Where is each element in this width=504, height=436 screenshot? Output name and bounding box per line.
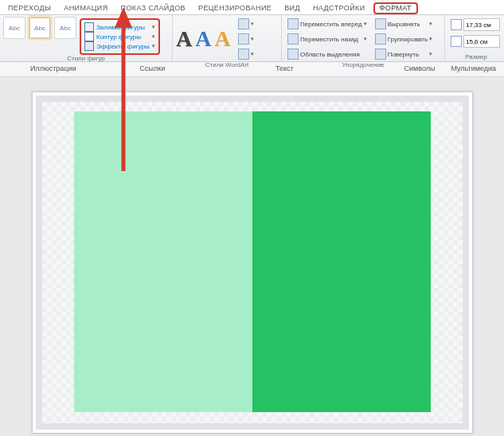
align-icon bbox=[375, 18, 386, 29]
selection-pane-label: Область выделения bbox=[300, 51, 360, 58]
shape-left-rectangle[interactable] bbox=[74, 111, 252, 412]
ribbon: Abc Abc Abc Заливка фигуры ▾ Контур фигу… bbox=[0, 15, 504, 62]
group-size: Размер bbox=[445, 15, 504, 61]
shape-height-input[interactable] bbox=[463, 18, 500, 31]
shape-fill-outline-highlight: Заливка фигуры ▾ Контур фигуры ▾ Эффекты… bbox=[80, 18, 160, 55]
height-field-row bbox=[448, 17, 502, 33]
group-button[interactable]: Группировать▾ bbox=[373, 32, 436, 46]
rotate-label: Повернуть bbox=[388, 51, 420, 58]
tab-animation[interactable]: АНИМАЦИЯ bbox=[59, 2, 112, 14]
rotate-icon bbox=[375, 49, 386, 60]
group-objects-label: Группировать bbox=[388, 36, 428, 43]
text-effects-icon bbox=[238, 49, 249, 60]
text-fill-icon bbox=[238, 18, 249, 29]
chevron-down-icon: ▾ bbox=[251, 36, 254, 42]
group-arrange: Переместить вперед▾ Переместить назад▾ О… bbox=[282, 15, 445, 61]
text-outline-dropdown[interactable]: ▾ bbox=[236, 32, 256, 46]
subtab-symbols[interactable]: Символы bbox=[396, 62, 443, 76]
slide-frame[interactable] bbox=[36, 95, 469, 430]
bucket-icon bbox=[84, 22, 94, 32]
shape-style-preset-1[interactable]: Abc bbox=[3, 17, 25, 39]
group-shape-styles: Abc Abc Abc Заливка фигуры ▾ Контур фигу… bbox=[0, 15, 173, 61]
shape-effects-label: Эффекты фигуры bbox=[96, 43, 150, 50]
shape-right-rectangle[interactable] bbox=[252, 111, 431, 412]
wordart-preset-1[interactable]: A bbox=[176, 28, 192, 50]
chevron-down-icon: ▾ bbox=[364, 36, 367, 42]
shape-fill-label: Заливка фигуры bbox=[96, 24, 145, 31]
chevron-down-icon: ▾ bbox=[429, 36, 432, 42]
bring-forward-icon bbox=[287, 18, 299, 29]
group-wordart: A A A ▾ ▾ ▾ Стили WordArt bbox=[173, 15, 282, 61]
width-field-row bbox=[448, 33, 502, 49]
text-outline-icon bbox=[238, 33, 249, 45]
shape-width-input[interactable] bbox=[463, 35, 500, 48]
selection-pane-icon bbox=[287, 49, 299, 60]
width-icon bbox=[451, 36, 462, 47]
text-fill-dropdown[interactable]: ▾ bbox=[236, 17, 256, 31]
bring-forward-button[interactable]: Переместить вперед▾ bbox=[285, 17, 369, 31]
effects-icon bbox=[84, 41, 94, 51]
tab-view[interactable]: ВИД bbox=[279, 2, 305, 14]
subtab-links[interactable]: Ссылки bbox=[132, 62, 174, 76]
chevron-down-icon: ▾ bbox=[251, 51, 254, 57]
shape-outline-label: Контур фигуры bbox=[96, 33, 141, 41]
chevron-down-icon: ▾ bbox=[251, 21, 254, 27]
align-button[interactable]: Выровнять▾ bbox=[373, 17, 436, 31]
selection-pane-button[interactable]: Область выделения bbox=[285, 47, 369, 61]
shape-effects-dropdown[interactable]: Эффекты фигуры ▾ bbox=[84, 41, 155, 51]
bring-forward-label: Переместить вперед bbox=[300, 21, 362, 28]
slide-outer-frame bbox=[32, 91, 473, 434]
text-effects-dropdown[interactable]: ▾ bbox=[236, 47, 256, 61]
wordart-preset-2[interactable]: A bbox=[195, 28, 211, 50]
chevron-down-icon: ▾ bbox=[429, 51, 432, 57]
insert-subtab-bar: Иллюстрации Ссылки Текст Символы Мультим… bbox=[0, 62, 504, 77]
subtab-illustrations[interactable]: Иллюстрации bbox=[22, 62, 84, 76]
tab-format[interactable]: ФОРМАТ bbox=[373, 2, 418, 14]
chevron-down-icon: ▾ bbox=[152, 33, 155, 40]
subtab-media[interactable]: Мультимедиа bbox=[443, 62, 504, 76]
chevron-down-icon: ▾ bbox=[152, 43, 155, 49]
pen-icon bbox=[84, 32, 94, 41]
send-backward-label: Переместить назад bbox=[300, 36, 358, 43]
send-backward-button[interactable]: Переместить назад▾ bbox=[285, 32, 369, 46]
height-icon bbox=[451, 19, 462, 30]
chevron-down-icon: ▾ bbox=[364, 21, 367, 27]
rotate-button[interactable]: Повернуть▾ bbox=[373, 47, 436, 61]
shape-outline-dropdown[interactable]: Контур фигуры ▾ bbox=[84, 32, 155, 41]
wordart-preset-3[interactable]: A bbox=[214, 28, 230, 50]
chevron-down-icon: ▾ bbox=[429, 21, 432, 27]
shape-fill-dropdown[interactable]: Заливка фигуры ▾ bbox=[84, 22, 155, 32]
group-label-size: Размер bbox=[448, 53, 504, 61]
shape-style-preset-3[interactable]: Abc bbox=[54, 17, 76, 39]
main-tab-bar: ПЕРЕХОДЫ АНИМАЦИЯ ПОКАЗ СЛАЙДОВ РЕЦЕНЗИР… bbox=[0, 0, 504, 15]
chevron-down-icon: ▾ bbox=[152, 24, 155, 30]
tab-slideshow[interactable]: ПОКАЗ СЛАЙДОВ bbox=[116, 2, 190, 14]
shape-style-preset-2[interactable]: Abc bbox=[29, 17, 51, 39]
tab-addins[interactable]: НАДСТРОЙКИ bbox=[308, 2, 370, 14]
align-label: Выровнять bbox=[388, 21, 420, 28]
slide-canvas-area bbox=[0, 77, 504, 436]
send-backward-icon bbox=[287, 33, 299, 45]
tab-transitions[interactable]: ПЕРЕХОДЫ bbox=[3, 2, 56, 14]
subtab-text[interactable]: Текст bbox=[173, 62, 396, 76]
group-icon bbox=[375, 33, 386, 45]
tab-review[interactable]: РЕЦЕНЗИРОВАНИЕ bbox=[193, 2, 276, 14]
